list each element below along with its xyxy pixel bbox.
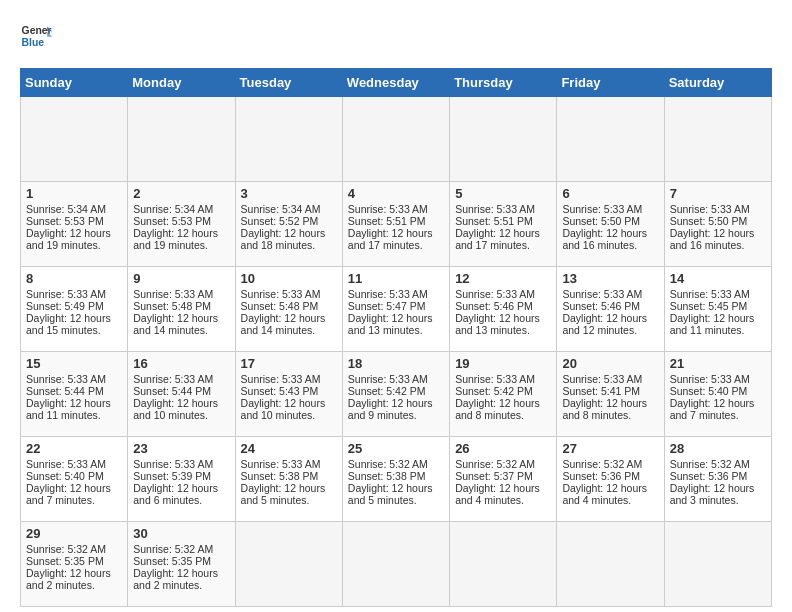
calendar-cell: 8Sunrise: 5:33 AM Sunset: 5:49 PM Daylig… — [21, 267, 128, 352]
calendar-header-row: SundayMondayTuesdayWednesdayThursdayFrid… — [21, 69, 772, 97]
day-number: 25 — [348, 441, 444, 456]
svg-text:Blue: Blue — [22, 37, 45, 48]
day-details: Sunrise: 5:33 AM Sunset: 5:51 PM Dayligh… — [455, 203, 551, 251]
day-details: Sunrise: 5:32 AM Sunset: 5:37 PM Dayligh… — [455, 458, 551, 506]
calendar-week-1: 1Sunrise: 5:34 AM Sunset: 5:53 PM Daylig… — [21, 182, 772, 267]
day-number: 6 — [562, 186, 658, 201]
day-details: Sunrise: 5:33 AM Sunset: 5:42 PM Dayligh… — [348, 373, 444, 421]
day-number: 1 — [26, 186, 122, 201]
day-details: Sunrise: 5:33 AM Sunset: 5:46 PM Dayligh… — [455, 288, 551, 336]
day-number: 20 — [562, 356, 658, 371]
day-number: 12 — [455, 271, 551, 286]
col-header-sunday: Sunday — [21, 69, 128, 97]
calendar-cell: 10Sunrise: 5:33 AM Sunset: 5:48 PM Dayli… — [235, 267, 342, 352]
calendar-cell: 28Sunrise: 5:32 AM Sunset: 5:36 PM Dayli… — [664, 437, 771, 522]
col-header-monday: Monday — [128, 69, 235, 97]
calendar-cell: 20Sunrise: 5:33 AM Sunset: 5:41 PM Dayli… — [557, 352, 664, 437]
day-number: 8 — [26, 271, 122, 286]
calendar-week-0 — [21, 97, 772, 182]
calendar-cell: 22Sunrise: 5:33 AM Sunset: 5:40 PM Dayli… — [21, 437, 128, 522]
day-number: 22 — [26, 441, 122, 456]
day-details: Sunrise: 5:33 AM Sunset: 5:44 PM Dayligh… — [26, 373, 122, 421]
day-number: 19 — [455, 356, 551, 371]
page-header: General Blue — [20, 20, 772, 52]
calendar-table: SundayMondayTuesdayWednesdayThursdayFrid… — [20, 68, 772, 607]
day-details: Sunrise: 5:34 AM Sunset: 5:52 PM Dayligh… — [241, 203, 337, 251]
day-details: Sunrise: 5:32 AM Sunset: 5:36 PM Dayligh… — [670, 458, 766, 506]
calendar-cell: 30Sunrise: 5:32 AM Sunset: 5:35 PM Dayli… — [128, 522, 235, 607]
day-number: 4 — [348, 186, 444, 201]
calendar-cell — [450, 97, 557, 182]
day-details: Sunrise: 5:34 AM Sunset: 5:53 PM Dayligh… — [133, 203, 229, 251]
col-header-thursday: Thursday — [450, 69, 557, 97]
calendar-cell — [557, 522, 664, 607]
day-number: 11 — [348, 271, 444, 286]
calendar-cell — [664, 522, 771, 607]
calendar-cell: 2Sunrise: 5:34 AM Sunset: 5:53 PM Daylig… — [128, 182, 235, 267]
day-details: Sunrise: 5:33 AM Sunset: 5:39 PM Dayligh… — [133, 458, 229, 506]
calendar-cell: 27Sunrise: 5:32 AM Sunset: 5:36 PM Dayli… — [557, 437, 664, 522]
calendar-cell — [450, 522, 557, 607]
calendar-cell — [664, 97, 771, 182]
calendar-cell: 29Sunrise: 5:32 AM Sunset: 5:35 PM Dayli… — [21, 522, 128, 607]
calendar-cell: 12Sunrise: 5:33 AM Sunset: 5:46 PM Dayli… — [450, 267, 557, 352]
calendar-cell: 1Sunrise: 5:34 AM Sunset: 5:53 PM Daylig… — [21, 182, 128, 267]
calendar-cell: 14Sunrise: 5:33 AM Sunset: 5:45 PM Dayli… — [664, 267, 771, 352]
day-details: Sunrise: 5:33 AM Sunset: 5:50 PM Dayligh… — [670, 203, 766, 251]
calendar-cell: 5Sunrise: 5:33 AM Sunset: 5:51 PM Daylig… — [450, 182, 557, 267]
calendar-week-3: 15Sunrise: 5:33 AM Sunset: 5:44 PM Dayli… — [21, 352, 772, 437]
day-number: 18 — [348, 356, 444, 371]
calendar-week-4: 22Sunrise: 5:33 AM Sunset: 5:40 PM Dayli… — [21, 437, 772, 522]
day-number: 10 — [241, 271, 337, 286]
day-number: 29 — [26, 526, 122, 541]
col-header-tuesday: Tuesday — [235, 69, 342, 97]
day-details: Sunrise: 5:33 AM Sunset: 5:41 PM Dayligh… — [562, 373, 658, 421]
day-number: 27 — [562, 441, 658, 456]
calendar-cell — [557, 97, 664, 182]
day-number: 24 — [241, 441, 337, 456]
day-details: Sunrise: 5:33 AM Sunset: 5:44 PM Dayligh… — [133, 373, 229, 421]
calendar-week-5: 29Sunrise: 5:32 AM Sunset: 5:35 PM Dayli… — [21, 522, 772, 607]
calendar-cell: 17Sunrise: 5:33 AM Sunset: 5:43 PM Dayli… — [235, 352, 342, 437]
day-number: 7 — [670, 186, 766, 201]
day-number: 21 — [670, 356, 766, 371]
calendar-cell: 11Sunrise: 5:33 AM Sunset: 5:47 PM Dayli… — [342, 267, 449, 352]
calendar-cell: 25Sunrise: 5:32 AM Sunset: 5:38 PM Dayli… — [342, 437, 449, 522]
day-number: 28 — [670, 441, 766, 456]
calendar-cell — [235, 522, 342, 607]
col-header-friday: Friday — [557, 69, 664, 97]
calendar-cell: 3Sunrise: 5:34 AM Sunset: 5:52 PM Daylig… — [235, 182, 342, 267]
day-number: 15 — [26, 356, 122, 371]
day-number: 30 — [133, 526, 229, 541]
calendar-cell: 21Sunrise: 5:33 AM Sunset: 5:40 PM Dayli… — [664, 352, 771, 437]
day-details: Sunrise: 5:33 AM Sunset: 5:43 PM Dayligh… — [241, 373, 337, 421]
calendar-cell — [342, 522, 449, 607]
day-details: Sunrise: 5:32 AM Sunset: 5:35 PM Dayligh… — [26, 543, 122, 591]
calendar-cell — [235, 97, 342, 182]
day-details: Sunrise: 5:33 AM Sunset: 5:51 PM Dayligh… — [348, 203, 444, 251]
day-details: Sunrise: 5:34 AM Sunset: 5:53 PM Dayligh… — [26, 203, 122, 251]
col-header-saturday: Saturday — [664, 69, 771, 97]
calendar-cell: 23Sunrise: 5:33 AM Sunset: 5:39 PM Dayli… — [128, 437, 235, 522]
calendar-cell: 16Sunrise: 5:33 AM Sunset: 5:44 PM Dayli… — [128, 352, 235, 437]
calendar-cell — [21, 97, 128, 182]
day-details: Sunrise: 5:33 AM Sunset: 5:42 PM Dayligh… — [455, 373, 551, 421]
day-details: Sunrise: 5:32 AM Sunset: 5:36 PM Dayligh… — [562, 458, 658, 506]
col-header-wednesday: Wednesday — [342, 69, 449, 97]
day-number: 14 — [670, 271, 766, 286]
calendar-cell: 6Sunrise: 5:33 AM Sunset: 5:50 PM Daylig… — [557, 182, 664, 267]
calendar-week-2: 8Sunrise: 5:33 AM Sunset: 5:49 PM Daylig… — [21, 267, 772, 352]
calendar-cell: 15Sunrise: 5:33 AM Sunset: 5:44 PM Dayli… — [21, 352, 128, 437]
calendar-cell: 26Sunrise: 5:32 AM Sunset: 5:37 PM Dayli… — [450, 437, 557, 522]
day-number: 26 — [455, 441, 551, 456]
day-details: Sunrise: 5:33 AM Sunset: 5:40 PM Dayligh… — [670, 373, 766, 421]
calendar-cell: 4Sunrise: 5:33 AM Sunset: 5:51 PM Daylig… — [342, 182, 449, 267]
day-number: 3 — [241, 186, 337, 201]
day-details: Sunrise: 5:33 AM Sunset: 5:38 PM Dayligh… — [241, 458, 337, 506]
day-details: Sunrise: 5:33 AM Sunset: 5:50 PM Dayligh… — [562, 203, 658, 251]
calendar-cell: 7Sunrise: 5:33 AM Sunset: 5:50 PM Daylig… — [664, 182, 771, 267]
day-details: Sunrise: 5:33 AM Sunset: 5:47 PM Dayligh… — [348, 288, 444, 336]
day-number: 17 — [241, 356, 337, 371]
calendar-cell: 13Sunrise: 5:33 AM Sunset: 5:46 PM Dayli… — [557, 267, 664, 352]
day-details: Sunrise: 5:33 AM Sunset: 5:40 PM Dayligh… — [26, 458, 122, 506]
